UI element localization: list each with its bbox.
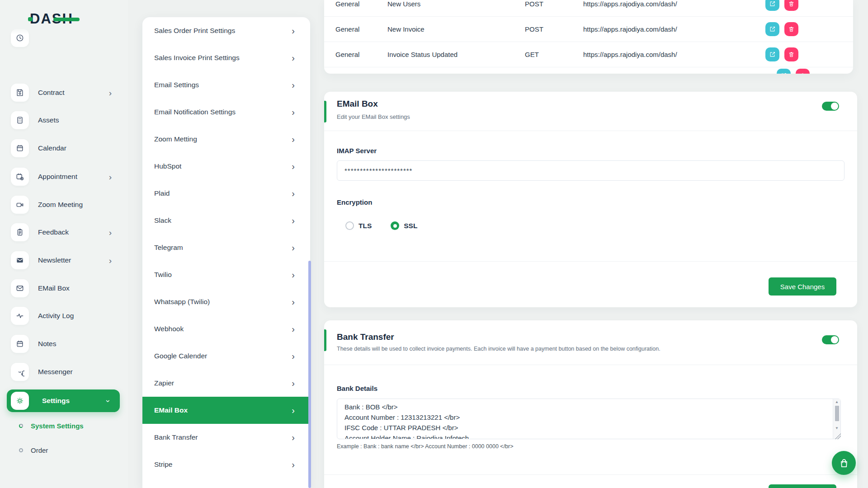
gear-icon — [11, 392, 29, 410]
video-camera-icon — [11, 196, 29, 214]
bank-details-textarea[interactable]: Bank : BOB </br> Account Number : 123132… — [337, 399, 841, 439]
radio-circle[interactable] — [345, 221, 354, 230]
delete-button[interactable] — [796, 69, 810, 74]
chevron-right-icon: › — [109, 256, 112, 265]
table-row-partial — [324, 67, 853, 74]
settings-menu-item-bank-transfer[interactable]: Bank Transfer› — [142, 424, 310, 451]
email-box-card-header: EMail Box Edit your EMail Box settings — [324, 92, 857, 131]
brand-logo[interactable]: DASH — [30, 10, 73, 28]
save-changes-button-partial[interactable]: Save Changes — [769, 484, 836, 488]
settings-menu-item-zoom-meeting[interactable]: Zoom Metting› — [142, 126, 310, 153]
scrollbar-thumb[interactable] — [835, 406, 839, 421]
save-changes-button[interactable]: Save Changes — [769, 277, 836, 296]
delete-button[interactable] — [784, 47, 798, 61]
sidebar-item-activity-log[interactable]: Activity Log — [0, 306, 128, 325]
divider — [324, 474, 857, 475]
radio-tls[interactable]: TLS — [345, 221, 372, 230]
sidebar-item-settings[interactable]: Settings › — [7, 389, 120, 412]
sidebar-item-label: Zoom Meeting — [38, 201, 83, 209]
settings-menu-item-email-notification[interactable]: Email Notification Settings› — [142, 99, 310, 126]
logo-green-dot — [28, 17, 33, 21]
sidebar-item-zoom-meeting[interactable]: Zoom Meeting — [0, 195, 128, 214]
calculator-icon — [11, 111, 29, 129]
bullet-icon — [19, 448, 23, 452]
chevron-right-icon: › — [292, 324, 295, 333]
sidebar-item-label: Activity Log — [38, 312, 74, 320]
envelope-icon — [11, 279, 29, 297]
radio-ssl[interactable]: SSL — [391, 221, 417, 230]
settings-menu-item-google-calendar[interactable]: Google Calender› — [142, 343, 310, 370]
settings-menu-item-zapier[interactable]: Zapier› — [142, 370, 310, 397]
sidebar-item-newsletter[interactable]: Newsletter › — [0, 251, 128, 270]
sidebar-item-appointment[interactable]: Appointment › — [0, 167, 128, 186]
cell-name: New Users — [387, 0, 525, 8]
scroll-up-icon[interactable]: ▲ — [835, 399, 839, 405]
activity-pulse-icon — [11, 307, 29, 325]
radio-circle-checked[interactable] — [391, 221, 399, 230]
edit-button[interactable] — [765, 47, 779, 61]
settings-menu-item-plaid[interactable]: Plaid› — [142, 180, 310, 207]
bank-details-field: Bank : BOB </br> Account Number : 123132… — [337, 399, 841, 439]
settings-menu-item-telegram[interactable]: Telegram› — [142, 234, 310, 261]
cell-url: https://apps.rajodiya.com/dash/ — [583, 25, 765, 33]
settings-menu-item-email-settings[interactable]: Email Settings› — [142, 71, 310, 99]
email-box-card: EMail Box Edit your EMail Box settings I… — [324, 92, 857, 307]
settings-menu-item-slack[interactable]: Slack› — [142, 207, 310, 234]
edit-button[interactable] — [765, 0, 779, 11]
settings-menu-item-whatsapp[interactable]: Whatsapp (Twilio)› — [142, 288, 310, 315]
table-row: General New Users POST https://apps.rajo… — [324, 0, 853, 17]
sidebar-item-label: Appointment — [38, 173, 77, 181]
settings-menu-item-hubspot[interactable]: HubSpot› — [142, 153, 310, 180]
bank-details-helper-text: Example : Bank : bank name </br> Account… — [337, 443, 514, 450]
chevron-right-icon: › — [292, 189, 295, 198]
edit-button[interactable] — [765, 22, 779, 36]
divider — [324, 261, 857, 262]
sidebar-item-contract[interactable]: Contract › — [0, 83, 128, 102]
settings-menu-item-twilio[interactable]: Twilio› — [142, 261, 310, 288]
sidebar-subitem-order[interactable]: Order — [0, 444, 128, 456]
sidebar-item-email-box[interactable]: EMail Box — [0, 279, 128, 298]
delete-button[interactable] — [784, 22, 798, 36]
email-box-toggle[interactable] — [822, 102, 839, 111]
settings-menu-item-sales-order-print[interactable]: Sales Order Print Settings› — [142, 17, 310, 44]
submenu-scrollbar-thumb[interactable] — [308, 261, 311, 488]
bank-transfer-card-header: Bank Transfer These details will be used… — [324, 320, 857, 365]
sidebar-item-messenger[interactable]: Messenger — [0, 362, 128, 381]
floating-cart-button[interactable] — [832, 451, 856, 475]
sidebar-subitem-system-settings[interactable]: System Settings — [0, 419, 128, 432]
settings-menu-item-paypal[interactable]: Paypal› — [142, 478, 310, 488]
sidebar-item-label: Calendar — [38, 144, 66, 152]
chevron-right-icon: › — [292, 53, 295, 62]
sidebar-item-notes[interactable]: Notes — [0, 334, 128, 353]
chevron-right-icon: › — [292, 162, 295, 171]
sidebar-item-label: Messenger — [38, 368, 73, 376]
delete-button[interactable] — [784, 0, 798, 11]
settings-menu-item-stripe[interactable]: Stripe› — [142, 451, 310, 478]
sidebar-item-label: EMail Box — [38, 284, 70, 292]
sidebar-item-assets[interactable]: Assets — [0, 111, 128, 130]
bank-transfer-toggle[interactable] — [822, 335, 839, 344]
imap-server-input[interactable] — [337, 160, 844, 181]
scroll-down-icon[interactable]: ▼ — [835, 425, 839, 432]
chevron-right-icon: › — [109, 228, 112, 237]
sidebar-item-feedback[interactable]: Feedback › — [0, 223, 128, 242]
sidebar-item-label: Contract — [38, 89, 65, 97]
edit-button[interactable] — [777, 69, 791, 74]
settings-menu-item-email-box[interactable]: EMail Box› — [142, 397, 310, 424]
chevron-right-icon: › — [292, 297, 295, 306]
table-row: General Invoice Status Updated GET https… — [324, 42, 853, 67]
bank-transfer-card: Bank Transfer These details will be used… — [324, 320, 857, 488]
chevron-right-icon: › — [292, 270, 295, 279]
subnav-label: System Settings — [31, 422, 84, 430]
cell-url: https://apps.rajodiya.com/dash/ — [583, 0, 765, 8]
nav-top-fade — [0, 27, 128, 34]
settings-menu-item-sales-invoice-print[interactable]: Sales Invoice Print Settings› — [142, 44, 310, 71]
sidebar-item-calendar[interactable]: Calendar — [0, 139, 128, 158]
settings-menu-item-webhook[interactable]: Webhook› — [142, 315, 310, 343]
accent-bar — [324, 101, 326, 122]
resize-handle[interactable] — [834, 432, 841, 439]
chevron-right-icon: › — [292, 433, 295, 442]
sidebar-item-label: Feedback — [38, 228, 69, 236]
chevron-right-icon: › — [292, 352, 295, 361]
sidebar-item-label: Settings — [42, 397, 70, 405]
